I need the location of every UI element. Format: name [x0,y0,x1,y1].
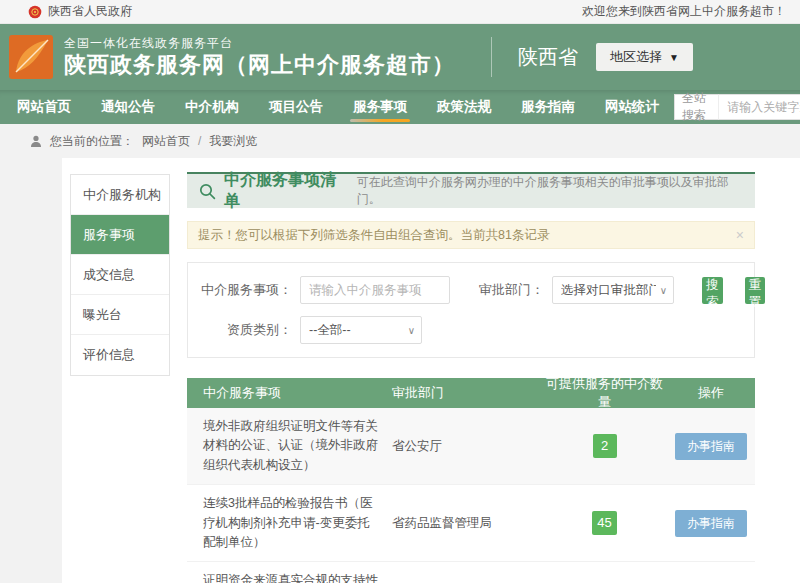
service-name: 境外非政府组织证明文件等有关材料的公证、认证（境外非政府组织代表机构设立） [187,417,392,475]
table-row: 境外非政府组织证明文件等有关材料的公证、认证（境外非政府组织代表机构设立） 省公… [187,408,755,485]
header-divider [491,37,492,77]
close-icon[interactable]: × [736,227,744,243]
tip-text: 提示！您可以根据下列筛选条件自由组合查询。当前共81条记录 [198,227,549,244]
breadcrumb-current: 我要浏览 [209,133,257,150]
sidebar-menu: 中介服务机构 服务事项 成交信息 曝光台 评价信息 [70,174,170,376]
sidebar-item-deal-info[interactable]: 成交信息 [71,255,169,295]
nav-item-service-items[interactable]: 服务事项 [338,90,422,124]
chevron-down-icon: ∨ [660,285,667,296]
main-nav: 网站首页 通知公告 中介机构 项目公告 服务事项 政策法规 服务指南 网站统计 … [0,90,800,124]
agency-count-badge: 45 [592,511,616,535]
tip-banner: 提示！您可以根据下列筛选条件自由组合查询。当前共81条记录 × [187,221,755,249]
nav-item-home[interactable]: 网站首页 [2,90,86,124]
top-utility-bar: 陕西省人民政府 欢迎您来到陕西省网上中介服务超市！ [0,0,800,24]
site-logo-icon [8,34,54,80]
nav-item-agencies[interactable]: 中介机构 [170,90,254,124]
site-search-label: 全站搜索 [674,94,718,120]
filter-form: 中介服务事项： 审批部门： 选择对口审批部门 ∨ 搜 索 重 置 资质类别： -… [187,262,755,358]
service-name-input[interactable] [300,276,450,304]
col-header-count: 可提供服务的中介数量 [542,375,667,411]
guide-button[interactable]: 办事指南 [675,510,747,537]
breadcrumb-separator: / [198,134,201,148]
approval-dept: 省公安厅 [392,438,542,455]
breadcrumb-prefix: 您当前的位置： [50,133,134,150]
breadcrumb: 您当前的位置： 网站首页 / 我要浏览 [0,124,800,158]
gov-site-link[interactable]: 陕西省人民政府 [48,3,132,20]
table-header-row: 中介服务事项 审批部门 可提供服务的中介数量 操作 [187,378,755,408]
nav-item-policies[interactable]: 政策法规 [422,90,506,124]
category-field-label: 资质类别： [188,321,292,339]
service-name: 连续3批样品的检验报告书（医疗机构制剂补充申请-变更委托配制单位） [187,494,392,552]
dept-field-label: 审批部门： [466,281,544,299]
approval-dept: 省药品监督管理局 [392,515,542,532]
col-header-dept: 审批部门 [392,384,542,402]
nav-item-projects[interactable]: 项目公告 [254,90,338,124]
search-button[interactable]: 搜 索 [702,277,723,304]
section-search-icon [199,183,216,200]
current-region: 陕西省 [518,44,578,71]
reset-button[interactable]: 重 置 [745,277,766,304]
chevron-down-icon: ▼ [669,52,679,63]
dept-select[interactable]: 选择对口审批部门 ∨ [552,276,674,304]
guide-button[interactable]: 办事指南 [675,433,747,460]
nav-item-notices[interactable]: 通知公告 [86,90,170,124]
service-items-table: 中介服务事项 审批部门 可提供服务的中介数量 操作 境外非政府组织证明文件等有关… [187,378,755,583]
category-select[interactable]: --全部-- ∨ [300,316,422,344]
sidebar-item-service-items[interactable]: 服务事项 [71,215,169,255]
nav-item-guides[interactable]: 服务指南 [506,90,590,124]
sidebar-item-agencies[interactable]: 中介服务机构 [71,175,169,215]
col-header-action: 操作 [667,384,755,402]
breadcrumb-home-link[interactable]: 网站首页 [142,133,190,150]
service-field-label: 中介服务事项： [188,281,292,299]
region-select-button[interactable]: 地区选择 ▼ [596,43,693,71]
agency-count-badge: 2 [593,434,617,458]
main-panel: 中介服务事项清单 可在此查询中介服务网办理的中介服务事项相关的审批事项以及审批部… [187,172,755,583]
user-location-icon [30,135,42,148]
table-row: 连续3批样品的检验报告书（医疗机构制剂补充申请-变更委托配制单位） 省药品监督管… [187,485,755,562]
brand-text: 全国一体化在线政务服务平台 陕西政务服务网（网上中介服务超市） [64,36,455,79]
site-search: 全站搜索 [674,90,800,124]
chevron-down-icon: ∨ [408,325,415,336]
col-header-service: 中介服务事项 [187,383,392,403]
service-name: 证明资金来源真实合规的支持性文件（除涉及敏感国家和地区、敏感行业的企业境外投资项… [187,571,392,583]
platform-name: 全国一体化在线政务服务平台 [64,36,455,51]
section-header: 中介服务事项清单 可在此查询中介服务网办理的中介服务事项相关的审批事项以及审批部… [187,172,755,208]
welcome-text: 欢迎您来到陕西省网上中介服务超市！ [582,3,786,20]
sidebar-item-reviews[interactable]: 评价信息 [71,335,169,375]
site-search-input[interactable] [718,94,800,120]
site-header: 全国一体化在线政务服务平台 陕西政务服务网（网上中介服务超市） 陕西省 地区选择… [0,24,800,90]
table-row: 证明资金来源真实合规的支持性文件（除涉及敏感国家和地区、敏感行业的企业境外投资项… [187,562,755,583]
site-title: 陕西政务服务网（网上中介服务超市） [64,51,455,79]
sidebar-item-exposure[interactable]: 曝光台 [71,295,169,335]
section-description: 可在此查询中介服务网办理的中介服务事项相关的审批事项以及审批部门。 [357,174,743,208]
section-title: 中介服务事项清单 [224,170,349,212]
content-area: 中介服务机构 服务事项 成交信息 曝光台 评价信息 中介服务事项清单 可在此查询… [62,158,800,583]
nav-item-statistics[interactable]: 网站统计 [590,90,674,124]
national-emblem-icon [28,5,42,19]
